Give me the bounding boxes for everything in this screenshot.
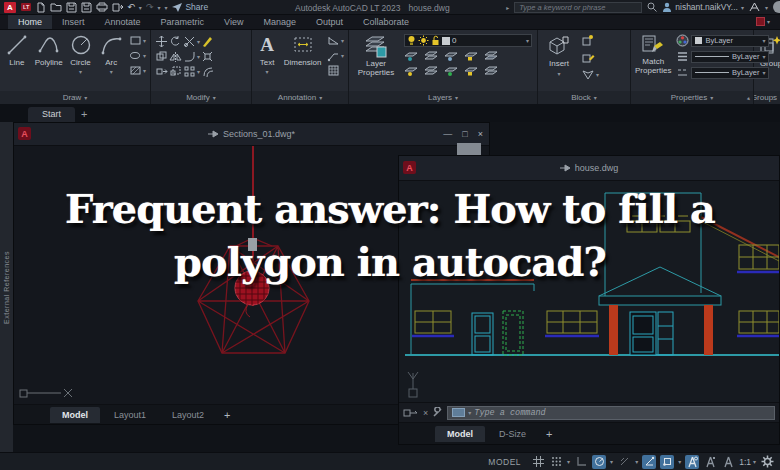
groups-panel-label[interactable]: Groups ▾ — [754, 91, 780, 104]
sections-window-titlebar[interactable]: A Sections_01.dwg* — □ × — [14, 123, 489, 146]
qat-customize-dropdown[interactable]: ▾ — [164, 4, 167, 11]
new-drawing-tab-button[interactable]: + — [81, 108, 87, 122]
trim-dropdown[interactable]: ▾ — [197, 38, 200, 45]
grid-display-toggle[interactable] — [531, 455, 545, 469]
layer-lock-icon[interactable] — [464, 50, 479, 62]
layer-dropdown[interactable]: 0 ▾ — [404, 34, 532, 47]
save-icon[interactable] — [66, 2, 77, 13]
text-tool[interactable]: A Text ▾ — [256, 33, 278, 75]
autocad-app-icon[interactable]: A — [4, 2, 16, 13]
command-anchor-icon[interactable] — [403, 408, 419, 418]
offset-icon[interactable] — [201, 65, 214, 78]
help-avatar-icon[interactable] — [773, 1, 780, 13]
annotation-scale-value[interactable]: 1:1 ▾ — [739, 457, 756, 467]
maximize-button[interactable]: □ — [462, 129, 467, 139]
wrench-icon[interactable] — [432, 407, 443, 418]
house-window-titlebar[interactable]: A house.dwg — [399, 156, 779, 181]
tab-manage[interactable]: Manage — [253, 15, 306, 29]
arc-dropdown[interactable]: ▾ — [110, 68, 113, 75]
sections-new-layout-button[interactable]: + — [218, 409, 236, 421]
layer-isolate-icon[interactable] — [424, 50, 439, 62]
object-snap-toggle[interactable] — [660, 455, 674, 469]
block-panel-label[interactable]: Block ▾ — [538, 91, 630, 104]
layer-match-icon[interactable] — [484, 50, 499, 62]
annotation-scale-icon[interactable] — [721, 455, 735, 469]
scale-icon[interactable] — [169, 65, 182, 78]
erase-icon[interactable] — [201, 35, 214, 48]
export-icon[interactable] — [112, 2, 123, 13]
save-as-icon[interactable] — [81, 2, 92, 13]
tab-home[interactable]: Home — [8, 15, 52, 29]
polar-dropdown[interactable]: ▾ — [610, 458, 613, 465]
mirror-icon[interactable] — [169, 50, 182, 63]
house-model-tab[interactable]: Model — [435, 426, 485, 442]
dimension-tool[interactable]: Dimension — [283, 33, 322, 67]
search-icon[interactable] — [647, 2, 657, 12]
layer-unisolate-icon[interactable] — [444, 65, 459, 77]
undo-icon[interactable]: ↶ — [127, 2, 135, 12]
command-input-box[interactable]: ▾ — [447, 406, 775, 420]
snap-mode-toggle[interactable] — [549, 455, 563, 469]
linetype-dropdown[interactable]: ByLayer ▾ — [691, 67, 769, 79]
table-icon[interactable] — [327, 64, 340, 77]
layer-prev-icon[interactable] — [424, 65, 439, 77]
redo-icon[interactable]: ↷ — [146, 2, 154, 12]
text-dropdown[interactable]: ▾ — [266, 68, 269, 75]
properties-panel-label[interactable]: Properties ▾ — [631, 91, 753, 104]
ellipse-dropdown[interactable]: ▾ — [143, 52, 146, 59]
arc-tool[interactable]: Arc ▾ — [98, 33, 124, 75]
autodesk-dropdown[interactable]: ▾ — [765, 4, 768, 11]
autodesk-logo-icon[interactable] — [749, 2, 760, 12]
block-attributes-icon[interactable] — [581, 68, 595, 81]
leader-icon[interactable] — [327, 49, 340, 62]
rectangle-dropdown[interactable]: ▾ — [143, 37, 146, 44]
draw-panel-label[interactable]: Draw ▾ — [0, 91, 150, 104]
rotate-icon[interactable] — [169, 35, 182, 48]
tab-view[interactable]: View — [214, 15, 253, 29]
tab-parametric[interactable]: Parametric — [151, 15, 215, 29]
rectangle-icon[interactable] — [129, 34, 142, 47]
search-input[interactable] — [514, 2, 642, 13]
line-tool[interactable]: Line — [4, 33, 30, 67]
user-dropdown[interactable]: ▾ — [741, 4, 744, 11]
block-attr-dropdown[interactable]: ▾ — [596, 71, 599, 78]
object-color-dropdown[interactable]: ByLayer ▾ — [691, 35, 769, 47]
house-dsize-tab[interactable]: D-Size — [487, 426, 538, 442]
ellipse-icon[interactable] — [129, 49, 142, 62]
layer-off-icon[interactable] — [404, 50, 419, 62]
close-button[interactable]: × — [478, 129, 483, 139]
annotation-visibility-toggle[interactable] — [685, 455, 699, 469]
user-account-button[interactable]: nishant.naikVY... ▾ — [662, 2, 744, 12]
sections-layout1-tab[interactable]: Layout1 — [102, 407, 158, 423]
ribbon-state-dropdown[interactable]: ▾ — [767, 18, 770, 25]
layers-panel-label[interactable]: Layers ▾ — [349, 91, 537, 104]
array-dropdown[interactable]: ▾ — [197, 68, 200, 75]
tab-collaborate[interactable]: Collaborate — [353, 15, 419, 29]
object-snap-dropdown[interactable]: ▾ — [678, 458, 681, 465]
snap-dropdown[interactable]: ▾ — [567, 458, 570, 465]
fillet-icon[interactable] — [183, 50, 196, 63]
minimize-button[interactable]: — — [443, 129, 452, 139]
modify-panel-label[interactable]: Modify ▾ — [151, 91, 251, 104]
leader-dropdown[interactable]: ▾ — [341, 52, 344, 59]
house-new-layout-button[interactable]: + — [540, 428, 558, 440]
layer-freeze-icon[interactable] — [444, 50, 459, 62]
insert-dropdown[interactable]: ▾ — [557, 70, 560, 77]
trim-icon[interactable] — [183, 35, 196, 48]
command-input[interactable] — [474, 408, 770, 418]
undo-dropdown[interactable]: ▾ — [139, 4, 142, 11]
new-file-icon[interactable] — [36, 2, 46, 13]
search-flyout-icon[interactable]: ▸ — [506, 4, 509, 11]
hatch-icon[interactable] — [129, 64, 142, 77]
redo-dropdown[interactable]: ▾ — [157, 4, 160, 11]
linear-dim-icon[interactable] — [327, 34, 340, 47]
recent-commands-dropdown[interactable]: ▾ — [468, 409, 471, 416]
circle-dropdown[interactable]: ▾ — [79, 68, 82, 75]
layer-properties-button[interactable]: Layer Properties — [353, 33, 399, 77]
polar-tracking-toggle[interactable] — [592, 455, 606, 469]
edit-block-icon[interactable] — [581, 51, 595, 64]
annotation-autoscale-toggle[interactable] — [703, 455, 717, 469]
start-tab[interactable]: Start — [28, 107, 75, 122]
tab-annotate[interactable]: Annotate — [95, 15, 151, 29]
hatch-dropdown[interactable]: ▾ — [143, 67, 146, 74]
